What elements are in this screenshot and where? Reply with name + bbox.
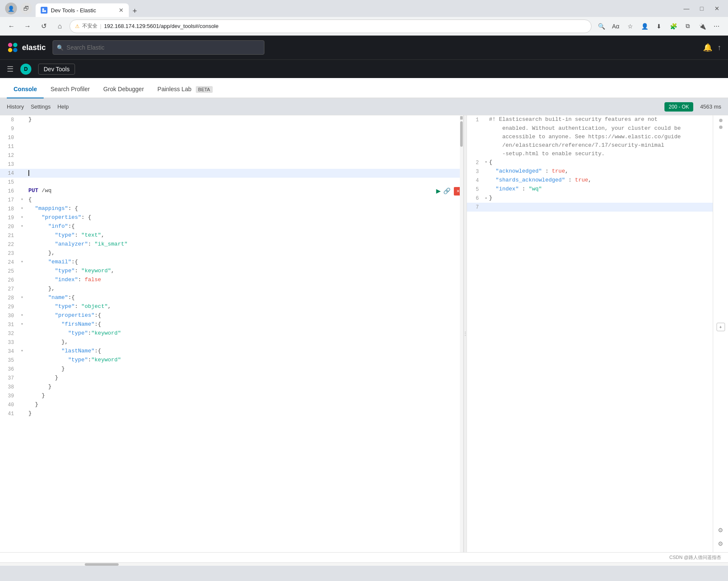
response-line: 1 #! Elasticsearch built-in security fea… [467,115,713,124]
code-line: 31 ▾ "firsName":{ [0,320,463,329]
elastic-app: elastic 🔍 🔔 ↑ ☰ D Dev Tools Console Sear… [0,36,728,566]
code-line: 8 } [0,115,463,124]
bookmark-btn[interactable]: ☆ [624,20,636,33]
sidebar-settings-btn-2[interactable]: ⚙ [716,539,726,549]
security-warning-icon: ⚠ [75,23,80,29]
code-line: 36 } [0,365,463,374]
extensions-btn[interactable]: 🔌 [696,20,709,33]
share-btn[interactable]: ↑ [717,43,721,52]
account-btn[interactable]: 👤 [638,20,651,33]
code-line: 15 [0,178,463,187]
tab-grok-debugger[interactable]: Grok Debugger [97,81,151,98]
maximize-btn[interactable]: □ [696,3,708,14]
code-line: 22 "analyzer": "ik_smart" [0,240,463,249]
tab-close-btn[interactable]: ✕ [119,7,124,14]
scroll-thumb[interactable] [460,121,463,147]
browser-tab-bar: Dev Tools - Elastic ✕ + [36,0,677,17]
zoom-btn[interactable]: 🔍 [595,20,608,33]
editor-content[interactable]: 8 } 9 10 [0,115,463,552]
console-toolbar: History Settings Help 200 - OK 4563 ms [0,98,728,115]
help-btn[interactable]: Help [57,103,69,110]
elastic-logo-text: elastic [22,43,46,52]
response-line: 4 "shards_acknowledged" : true, [467,176,713,185]
code-line: 10 [0,133,463,142]
svg-point-6 [13,48,17,52]
horizontal-scrollbar[interactable] [0,562,728,566]
beta-badge: BETA [196,86,213,93]
elastic-logo[interactable]: elastic [7,42,46,53]
new-tab-btn[interactable]: + [129,5,141,17]
forward-btn[interactable]: → [21,20,34,33]
close-btn[interactable]: ✕ [711,3,723,14]
security-text: 不安全 [82,22,97,30]
run-btn[interactable]: ▶ [436,187,441,196]
code-line: 26 "index": false [0,276,463,285]
tab-search-profiler[interactable]: Search Profiler [44,81,97,98]
minimize-btn[interactable]: — [681,3,692,14]
user-avatar[interactable]: D [20,64,31,75]
code-line: 23 }, [0,249,463,258]
response-line: 3 "acknowledged" : true, [467,167,713,176]
browser-window: 👤 🗗 Dev Tools - Elastic ✕ + — □ ✕ ← → ↺ … [0,0,728,581]
history-btn[interactable]: History [7,103,24,110]
code-line: 25 "type": "keyword", [0,267,463,276]
window-controls: 👤 [5,3,17,14]
extension-btn[interactable]: 🧩 [667,20,680,33]
reload-btn[interactable]: ↺ [37,20,50,33]
sidebar-dot-2 [719,126,722,129]
svg-point-4 [13,43,17,47]
elastic-logo-icon [7,42,19,53]
svg-point-0 [42,8,44,11]
request-actions: ▶ 🔗 [436,187,450,196]
h-scroll-thumb[interactable] [85,563,119,566]
tab-groups-btn[interactable]: ⧉ [681,20,694,33]
tab-painless-lab[interactable]: Painless Lab BETA [151,81,220,98]
panel-divider[interactable] [464,115,467,552]
hamburger-btn[interactable]: ☰ [7,64,14,74]
scroll-up-arrow[interactable] [460,116,463,120]
response-line: -setup.html to enable security. [467,150,713,158]
active-browser-tab[interactable]: Dev Tools - Elastic ✕ [36,3,129,17]
tab-console[interactable]: Console [7,81,44,98]
search-icon: 🔍 [57,45,64,51]
elastic-search-input[interactable] [53,40,264,55]
code-line: 37 } [0,374,463,383]
editor-scrollbar[interactable] [460,115,463,552]
address-bar[interactable]: ⚠ 不安全 | 192.168.174.129:5601/app/dev_too… [69,20,592,33]
code-line: 30 ▾ "properties":{ [0,311,463,320]
menu-btn[interactable]: ⋯ [710,20,723,33]
download-btn[interactable]: ⬇ [653,20,665,33]
code-line: 12 [0,151,463,160]
response-line: 2 ▾ { [467,158,713,167]
tab-title: Dev Tools - Elastic [51,7,115,14]
svg-point-5 [8,48,12,52]
add-panel-btn[interactable]: + [717,323,725,331]
code-line: 18 ▾ "mappings": { [0,204,463,213]
elastic-header-actions: 🔔 ↑ [703,43,721,52]
editor-panel: ▲ 8 } 9 10 [0,115,464,552]
copy-as-curl-btn[interactable]: 🔗 [443,187,450,196]
response-line: /en/elasticsearch/reference/7.17/securit… [467,141,713,150]
window-controls-right: — □ ✕ [681,3,723,14]
dev-tools-nav-label[interactable]: Dev Tools [38,64,75,75]
back-btn[interactable]: ← [5,20,18,33]
code-line: 19 ▾ "properties": { [0,213,463,222]
sidebar-toggle-btn[interactable]: 🗗 [20,3,32,14]
browser-title-bar: 👤 🗗 Dev Tools - Elastic ✕ + — □ ✕ [0,0,728,17]
code-line: 35 "type":"keyword" [0,356,463,365]
notification-btn[interactable]: 🔔 [703,43,712,52]
browser-toolbar-actions: 🔍 Aα ☆ 👤 ⬇ 🧩 ⧉ 🔌 ⋯ [595,20,723,33]
elastic-nav: ☰ D Dev Tools [0,59,728,78]
response-panel: 1 #! Elasticsearch built-in security fea… [467,115,713,552]
profile-icon[interactable]: 👤 [5,3,17,14]
url-text: 192.168.174.129:5601/app/dev_tools#/cons… [104,23,218,29]
response-line: 5 "index" : "wq" [467,185,713,194]
translate-btn[interactable]: Aα [609,20,622,33]
home-btn[interactable]: ⌂ [53,20,66,33]
code-line: 17 ▾ { [0,196,463,204]
code-line: 33 }, [0,338,463,347]
settings-btn[interactable]: Settings [31,103,50,110]
dev-tools-tabs: Console Search Profiler Grok Debugger Pa… [0,78,728,98]
sidebar-dot-1 [719,119,722,122]
sidebar-settings-btn-1[interactable]: ⚙ [716,525,726,535]
